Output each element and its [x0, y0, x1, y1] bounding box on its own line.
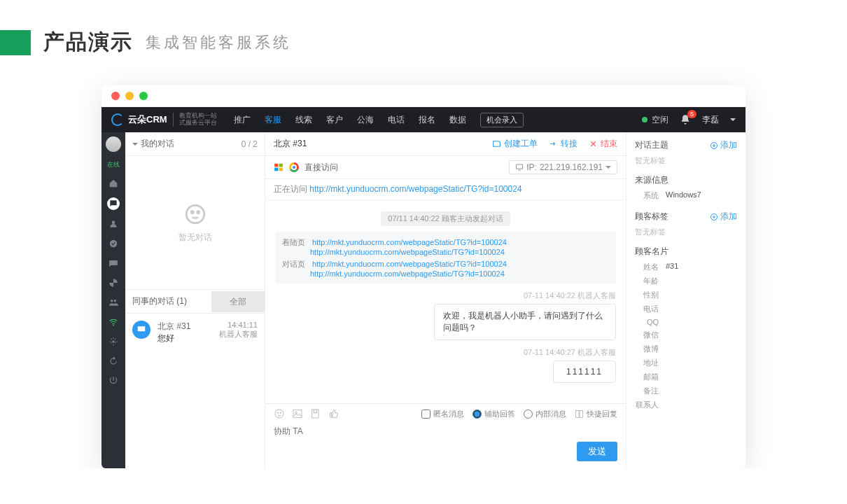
nav-pool[interactable]: 公海	[350, 107, 381, 132]
nav-service[interactable]: 客服	[258, 107, 288, 132]
colleague-convo-header[interactable]: 同事的对话 (1)	[125, 290, 211, 313]
svg-point-1	[113, 325, 114, 326]
system-pill: 07/11 14:40:22 顾客主动发起对话	[381, 211, 510, 226]
svg-rect-10	[517, 164, 523, 169]
slide-title: 产品演示	[43, 28, 133, 57]
home-icon[interactable]	[108, 178, 119, 189]
my-convo-header[interactable]: 我的对话 0 / 2	[125, 132, 265, 156]
close-icon	[589, 139, 598, 148]
check-icon[interactable]	[108, 238, 119, 249]
image-icon[interactable]	[292, 408, 303, 419]
message-bubble: 111111	[553, 360, 616, 383]
people-icon[interactable]	[108, 297, 119, 308]
monitor-icon	[515, 163, 524, 172]
svg-point-2	[112, 340, 115, 343]
message-input[interactable]	[274, 426, 617, 436]
nav-customers[interactable]: 客户	[319, 107, 350, 132]
conversation-list: 我的对话 0 / 2 暂无对话 同事的对话 (1) 全部 北京 #31 您好	[125, 132, 265, 468]
page-info-card: 着陆页 http://mkt.yunduocrm.com/webpageStat…	[275, 232, 616, 284]
empty-state: 暂无对话	[125, 156, 265, 289]
landing-url-link-2[interactable]: http://mkt.yunduocrm.com/webpageStatic/T…	[310, 248, 505, 256]
svg-rect-6	[274, 164, 278, 167]
dialog-url-link-2[interactable]: http://mkt.yunduocrm.com/webpageStatic/T…	[310, 270, 505, 278]
accent-bar	[0, 30, 31, 55]
logo-icon	[111, 113, 124, 126]
thumbs-up-icon[interactable]	[328, 408, 340, 419]
nav-promo[interactable]: 推广	[227, 107, 258, 132]
notification-badge: 5	[687, 110, 696, 118]
windows-icon	[274, 162, 284, 172]
ticket-icon	[492, 139, 501, 148]
nav-leads[interactable]: 线索	[288, 107, 319, 132]
svg-point-11	[275, 410, 284, 418]
svg-rect-7	[279, 164, 283, 167]
nav-tabs: 推广 客服 线索 客户 公海 电话 报名 数据	[227, 107, 473, 132]
current-user[interactable]: 李磊	[702, 114, 719, 126]
quick-reply-button[interactable]: 快捷回复	[575, 409, 617, 419]
topic-heading: 对话主题	[635, 139, 668, 151]
svg-point-12	[277, 412, 278, 413]
chevron-down-icon[interactable]	[730, 118, 736, 124]
gear-icon[interactable]	[108, 336, 119, 347]
customer-tag-heading: 顾客标签	[635, 211, 668, 223]
presence-status[interactable]: 空闲	[642, 114, 668, 126]
wifi-icon[interactable]	[108, 316, 119, 328]
assist-radio[interactable]: 辅助回答	[472, 409, 515, 419]
svg-rect-14	[293, 410, 302, 418]
refresh-icon[interactable]	[108, 356, 119, 367]
no-tag-label-2: 暂无标签	[635, 227, 737, 237]
send-button[interactable]: 发送	[577, 442, 617, 461]
monitor-icon	[132, 321, 150, 339]
power-icon[interactable]	[108, 375, 119, 386]
ip-box: IP: 221.219.162.191	[509, 160, 617, 174]
close-icon[interactable]	[111, 92, 120, 100]
visiting-url-link[interactable]: http://mkt.yunduocrm.com/webpageStatic/T…	[309, 184, 522, 194]
attachment-icon[interactable]	[310, 408, 321, 419]
svg-point-0	[110, 240, 118, 248]
create-ticket-button[interactable]: 创建工单	[492, 138, 538, 150]
maximize-icon[interactable]	[139, 92, 148, 100]
message-icon[interactable]	[108, 258, 119, 269]
nav-signup[interactable]: 报名	[412, 107, 442, 132]
all-button[interactable]: 全部	[211, 291, 265, 312]
landing-url-link[interactable]: http://mkt.yunduocrm.com/webpageStatic/T…	[312, 238, 507, 246]
nav-data[interactable]: 数据	[442, 107, 473, 132]
end-button[interactable]: 结束	[589, 138, 617, 150]
svg-rect-9	[279, 168, 283, 172]
online-label: 在线	[107, 160, 120, 169]
chat-title: 北京 #31	[274, 138, 307, 150]
add-tag-button[interactable]: 添加	[710, 211, 737, 223]
record-button[interactable]: 机会录入	[480, 113, 524, 127]
transfer-icon	[549, 139, 558, 148]
logo-text: 云朵CRM	[128, 113, 167, 126]
internal-radio[interactable]: 内部消息	[524, 409, 566, 419]
conversation-item[interactable]: 北京 #31 您好 14:41:11 机器人客服	[125, 314, 265, 351]
slide-header: 产品演示 集成智能客服系统	[0, 0, 847, 57]
nav-phone[interactable]: 电话	[381, 107, 412, 132]
anonymous-checkbox[interactable]: 匿名消息	[421, 409, 464, 419]
side-rail: 在线	[102, 132, 125, 468]
source-heading: 来源信息	[635, 174, 737, 186]
piechart-icon[interactable]	[108, 277, 119, 288]
dialog-url-link[interactable]: http://mkt.yunduocrm.com/webpageStatic/T…	[312, 260, 507, 268]
presence-dot-icon	[642, 117, 648, 122]
svg-rect-8	[274, 168, 278, 172]
app-window: 云朵CRM 教育机构一站 式服务云平台 推广 客服 线索 客户 公海 电话 报名…	[102, 85, 746, 468]
chat-icon[interactable]	[107, 197, 120, 210]
add-topic-button[interactable]: 添加	[710, 139, 737, 151]
customer-card-heading: 顾客名片	[635, 246, 737, 258]
minimize-icon[interactable]	[125, 92, 134, 100]
svg-rect-16	[312, 410, 318, 418]
svg-rect-17	[576, 410, 579, 417]
transfer-button[interactable]: 转接	[549, 138, 578, 150]
plus-circle-icon	[710, 141, 718, 150]
top-nav: 云朵CRM 教育机构一站 式服务云平台 推广 客服 线索 客户 公海 电话 报名…	[102, 107, 746, 132]
avatar[interactable]	[106, 136, 121, 152]
notifications-button[interactable]: 5	[680, 114, 691, 125]
direct-visit-label: 直接访问	[304, 162, 338, 174]
chevron-down-icon[interactable]	[606, 166, 611, 172]
emoji-icon[interactable]	[274, 408, 285, 419]
window-controls	[102, 85, 746, 107]
person-icon[interactable]	[108, 218, 119, 230]
no-tag-label: 暂无标签	[635, 155, 737, 166]
